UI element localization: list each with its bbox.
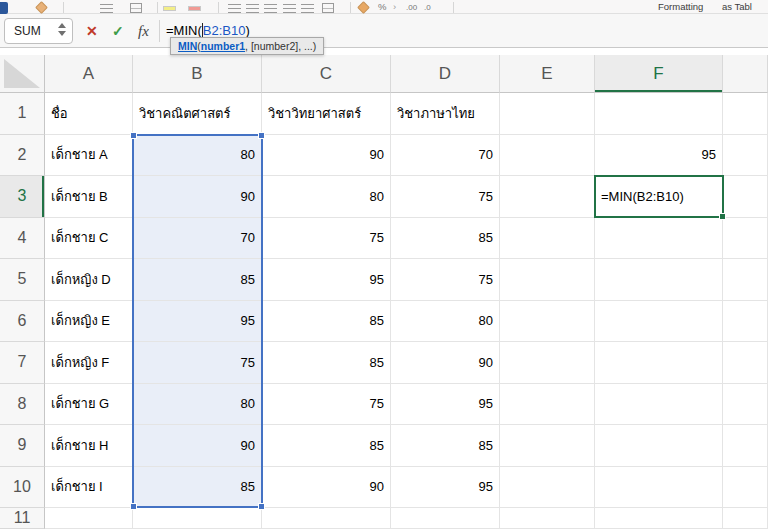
stepper-up-icon[interactable]: [58, 23, 66, 28]
column-header-e[interactable]: E: [500, 55, 595, 93]
cell-G10[interactable]: [723, 467, 768, 509]
cancel-button[interactable]: ✕: [86, 14, 98, 48]
cell-C6[interactable]: 85: [262, 301, 391, 343]
cell-C8[interactable]: 75: [262, 384, 391, 426]
insert-function-button[interactable]: fx: [138, 14, 149, 48]
cell-B3[interactable]: 90: [133, 176, 262, 218]
cell-E10[interactable]: [500, 467, 595, 509]
cell-D7[interactable]: 90: [391, 342, 500, 384]
cell-B9[interactable]: 90: [133, 425, 262, 467]
wrap-text-icon[interactable]: [301, 4, 314, 13]
cell-D4[interactable]: 85: [391, 218, 500, 260]
column-header-f[interactable]: F: [595, 55, 723, 93]
cell-G11[interactable]: [723, 508, 768, 529]
cell-D10[interactable]: 95: [391, 467, 500, 509]
cell-D1[interactable]: วิชาภาษาไทย: [391, 93, 500, 135]
cell-F7[interactable]: [595, 342, 723, 384]
cell-A8[interactable]: เด็กชาย G: [45, 384, 133, 426]
cell-F1[interactable]: [595, 93, 723, 135]
cell-C2[interactable]: 90: [262, 135, 391, 177]
merge-center-icon[interactable]: [322, 3, 334, 13]
underline-icon[interactable]: [100, 4, 113, 13]
cell-G4[interactable]: [723, 218, 768, 260]
select-all-corner[interactable]: [0, 55, 45, 93]
cell-D11[interactable]: [391, 508, 500, 529]
borders-icon[interactable]: [130, 3, 142, 13]
cell-B2[interactable]: 80: [133, 135, 262, 177]
cell-B10[interactable]: 85: [133, 467, 262, 509]
row-header-9[interactable]: 9: [0, 425, 45, 467]
cell-A3[interactable]: เด็กชาย B: [45, 176, 133, 218]
cell-F9[interactable]: [595, 425, 723, 467]
format-painter-icon[interactable]: [35, 1, 48, 14]
function-name-link[interactable]: MIN: [178, 40, 197, 52]
cell-A2[interactable]: เด็กชาย A: [45, 135, 133, 177]
row-header-11[interactable]: 11: [0, 508, 45, 529]
align-right-icon[interactable]: [264, 4, 277, 13]
cell-C5[interactable]: 95: [262, 259, 391, 301]
cell-F8[interactable]: [595, 384, 723, 426]
cell-B4[interactable]: 70: [133, 218, 262, 260]
cell-B5[interactable]: 85: [133, 259, 262, 301]
cell-G9[interactable]: [723, 425, 768, 467]
cell-F5[interactable]: [595, 259, 723, 301]
cell-A7[interactable]: เด็กหญิง F: [45, 342, 133, 384]
cell-G3[interactable]: [723, 176, 768, 218]
cell-G2[interactable]: [723, 135, 768, 177]
cell-E5[interactable]: [500, 259, 595, 301]
cell-E3[interactable]: [500, 176, 595, 218]
cell-F3-formula[interactable]: =MIN(B2:B10): [595, 176, 723, 218]
cell-E4[interactable]: [500, 218, 595, 260]
row-header-6[interactable]: 6: [0, 301, 45, 343]
cell-B1[interactable]: วิชาคณิตศาสตร์: [133, 93, 262, 135]
cell-A11[interactable]: [45, 508, 133, 529]
cell-F6[interactable]: [595, 301, 723, 343]
row-header-5[interactable]: 5: [0, 259, 45, 301]
comma-style-icon[interactable]: ›: [393, 1, 396, 12]
active-argument-link[interactable]: number1: [201, 40, 245, 52]
cell-G7[interactable]: [723, 342, 768, 384]
cell-D8[interactable]: 95: [391, 384, 500, 426]
format-as-table-button[interactable]: as Tabl: [722, 1, 752, 12]
cell-G8[interactable]: [723, 384, 768, 426]
cell-E6[interactable]: [500, 301, 595, 343]
cell-E7[interactable]: [500, 342, 595, 384]
decrease-decimal-icon[interactable]: .0: [424, 3, 431, 12]
increase-decimal-icon[interactable]: .00: [406, 3, 417, 12]
cell-G6[interactable]: [723, 301, 768, 343]
align-left-icon[interactable]: [228, 4, 241, 13]
cell-A6[interactable]: เด็กหญิง E: [45, 301, 133, 343]
row-header-8[interactable]: 8: [0, 384, 45, 426]
cell-A9[interactable]: เด็กชาย H: [45, 425, 133, 467]
column-header-c[interactable]: C: [262, 55, 391, 93]
cell-B8[interactable]: 80: [133, 384, 262, 426]
cell-C9[interactable]: 85: [262, 425, 391, 467]
currency-icon[interactable]: [357, 1, 370, 14]
cell-C11[interactable]: [262, 508, 391, 529]
cell-B7[interactable]: 75: [133, 342, 262, 384]
align-center-icon[interactable]: [246, 4, 259, 13]
cell-D5[interactable]: 75: [391, 259, 500, 301]
fill-color-icon[interactable]: [163, 6, 176, 11]
row-header-1[interactable]: 1: [0, 93, 45, 135]
row-header-7[interactable]: 7: [0, 342, 45, 384]
cell-B6[interactable]: 95: [133, 301, 262, 343]
cell-E1[interactable]: [500, 93, 595, 135]
column-header-g[interactable]: [723, 55, 768, 93]
row-header-2[interactable]: 2: [0, 135, 45, 177]
row-header-10[interactable]: 10: [0, 467, 45, 509]
cell-C1[interactable]: วิชาวิทยาศาสตร์: [262, 93, 391, 135]
column-header-a[interactable]: A: [45, 55, 133, 93]
cell-C3[interactable]: 80: [262, 176, 391, 218]
cell-A4[interactable]: เด็กชาย C: [45, 218, 133, 260]
cell-A1[interactable]: ชื่อ: [45, 93, 133, 135]
cell-D2[interactable]: 70: [391, 135, 500, 177]
cell-E8[interactable]: [500, 384, 595, 426]
cell-C4[interactable]: 75: [262, 218, 391, 260]
font-color-icon[interactable]: [188, 6, 201, 11]
cell-B11[interactable]: [133, 508, 262, 529]
cell-F11[interactable]: [595, 508, 723, 529]
cell-F2[interactable]: 95: [595, 135, 723, 177]
row-header-3[interactable]: 3: [0, 176, 45, 218]
cell-A10[interactable]: เด็กชาย I: [45, 467, 133, 509]
